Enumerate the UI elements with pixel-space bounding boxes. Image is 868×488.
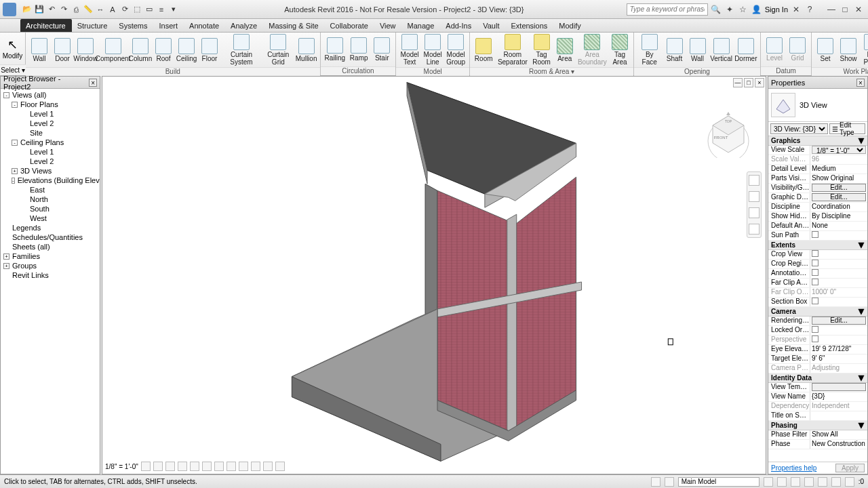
app-menu-icon[interactable] xyxy=(3,3,16,16)
tab-modify[interactable]: Modify xyxy=(553,19,587,32)
tree-item-west[interactable]: West xyxy=(1,214,100,223)
shadows-icon[interactable] xyxy=(190,462,199,471)
exchange-icon[interactable]: ✕ xyxy=(791,4,802,15)
reveal-icon[interactable] xyxy=(275,462,285,471)
tab-add-ins[interactable]: Add-Ins xyxy=(440,19,477,32)
close-views-icon[interactable]: ▾ xyxy=(168,4,179,15)
edit-type-button[interactable]: ☰ Edit Type xyxy=(829,123,865,134)
unhide-icon[interactable] xyxy=(239,462,248,471)
project-browser-close-icon[interactable]: × xyxy=(89,79,97,87)
tree-item-families[interactable]: +Families xyxy=(1,251,100,261)
tab-massing-site[interactable]: Massing & Site xyxy=(263,19,324,32)
3d-icon[interactable]: ⬚ xyxy=(132,4,142,15)
tree-item-ceiling-plans[interactable]: -Ceiling Plans xyxy=(1,138,100,147)
tab-extensions[interactable]: Extensions xyxy=(505,19,553,32)
stair-button[interactable]: Stair xyxy=(372,37,391,62)
detail-level-icon[interactable] xyxy=(153,462,163,471)
model-text-button[interactable]: Model Text xyxy=(400,34,419,66)
analytical-icon[interactable] xyxy=(263,462,273,471)
area-button[interactable]: Area xyxy=(555,38,574,62)
tree-toggle-icon[interactable]: - xyxy=(12,140,18,146)
apply-button[interactable]: Apply xyxy=(835,464,865,472)
project-browser-header[interactable]: Project Browser - Project2 × xyxy=(1,77,100,89)
vertical-button[interactable]: Vertical xyxy=(711,38,732,62)
prop-category-extents[interactable]: Extents⯆ xyxy=(768,241,867,250)
wall-button[interactable]: Wall xyxy=(30,38,49,62)
dimension-icon[interactable]: ↔ xyxy=(95,4,106,15)
redo-icon[interactable]: ↷ xyxy=(58,4,69,15)
prop-category-identity-data[interactable]: Identity Data⯆ xyxy=(768,373,867,383)
tree-item-3d-views[interactable]: +3D Views xyxy=(1,166,100,176)
tab-collaborate[interactable]: Collaborate xyxy=(325,19,374,32)
select-links-icon[interactable] xyxy=(777,477,787,487)
save-icon[interactable]: 💾 xyxy=(34,4,45,15)
temp-hide-icon[interactable] xyxy=(251,462,260,471)
select-pinned-icon[interactable] xyxy=(804,477,814,487)
text-icon[interactable]: A xyxy=(107,4,118,15)
tree-item-views-all-[interactable]: -Views (all) xyxy=(1,90,100,100)
tree-toggle-icon[interactable]: + xyxy=(12,168,18,174)
shaft-button[interactable]: Shaft xyxy=(665,38,684,62)
tree-toggle-icon[interactable]: - xyxy=(12,102,18,108)
properties-help-link[interactable]: Properties help xyxy=(771,464,816,472)
editable-only-icon[interactable] xyxy=(665,477,674,487)
properties-grid[interactable]: Graphics⯆View Scale1/8" = 1'-0"Scale Val… xyxy=(768,136,867,462)
close-icon[interactable]: ✕ xyxy=(853,4,864,15)
tree-toggle-icon[interactable]: + xyxy=(3,253,9,260)
tag-area-button[interactable]: Tag Area xyxy=(610,34,629,66)
tab-annotate[interactable]: Annotate xyxy=(184,19,225,32)
open-icon[interactable]: 📂 xyxy=(22,4,33,15)
tab-insert[interactable]: Insert xyxy=(154,19,184,32)
room-button[interactable]: Room xyxy=(474,38,493,62)
info-icon[interactable]: 🔍 xyxy=(711,4,722,15)
floor-button[interactable]: Floor xyxy=(200,38,219,62)
tab-systems[interactable]: Systems xyxy=(113,19,153,32)
tab-analyze[interactable]: Analyze xyxy=(225,19,263,32)
properties-header[interactable]: Properties × xyxy=(768,77,867,89)
curtain-system-button[interactable]: Curtain System xyxy=(223,34,260,66)
select-face-icon[interactable] xyxy=(818,477,827,487)
tree-item-level-2[interactable]: Level 2 xyxy=(1,119,100,128)
tree-item-revit-links[interactable]: Revit Links xyxy=(1,270,100,280)
ceiling-button[interactable]: Ceiling xyxy=(177,38,196,62)
tree-toggle-icon[interactable]: - xyxy=(12,178,15,184)
tab-structure[interactable]: Structure xyxy=(72,19,114,32)
thin-lines-icon[interactable]: ≡ xyxy=(156,4,167,15)
measure-icon[interactable]: 📏 xyxy=(83,4,94,15)
modify-button[interactable]: ↖ Modify xyxy=(0,33,26,64)
tree-item-level-1[interactable]: Level 1 xyxy=(1,109,100,119)
component-button[interactable]: Component xyxy=(99,38,127,62)
help-search-input[interactable] xyxy=(627,3,708,16)
drag-elements-icon[interactable] xyxy=(831,477,841,487)
window-button[interactable]: Window xyxy=(76,38,95,62)
tree-toggle-icon[interactable]: - xyxy=(3,92,9,98)
prop-category-camera[interactable]: Camera⯆ xyxy=(768,307,867,317)
ref-plane-button[interactable]: Ref Plane xyxy=(862,34,868,66)
design-options-icon[interactable] xyxy=(764,477,773,487)
print-icon[interactable]: ⎙ xyxy=(71,4,81,15)
crop-region-icon[interactable] xyxy=(226,462,236,471)
wall-button[interactable]: Wall xyxy=(688,38,707,62)
tree-item-floor-plans[interactable]: -Floor Plans xyxy=(1,100,100,109)
crop-icon[interactable] xyxy=(214,462,224,471)
model-line-button[interactable]: Model Line xyxy=(423,34,442,66)
dormer-button[interactable]: Dormer xyxy=(736,38,757,62)
minimize-icon[interactable]: — xyxy=(826,4,837,15)
undo-icon[interactable]: ↶ xyxy=(46,4,57,15)
select-underlay-icon[interactable] xyxy=(791,477,800,487)
workset-selector[interactable] xyxy=(678,477,760,487)
roof-button[interactable]: Roof xyxy=(154,38,173,62)
tree-item-south[interactable]: South xyxy=(1,204,100,214)
tree-item-east[interactable]: East xyxy=(1,185,100,195)
scale-icon[interactable] xyxy=(141,462,151,471)
tree-item-schedules-quantities[interactable]: Schedules/Quantities xyxy=(1,232,100,242)
ramp-button[interactable]: Ramp xyxy=(349,37,368,62)
subscription-icon[interactable]: ✦ xyxy=(724,4,735,15)
help-icon[interactable]: ? xyxy=(804,4,815,15)
viewport-3d[interactable]: — □ × TOP FRONT xyxy=(102,76,766,474)
properties-close-icon[interactable]: × xyxy=(856,79,865,87)
door-button[interactable]: Door xyxy=(53,38,72,62)
view-scale-label[interactable]: 1/8" = 1'-0" xyxy=(105,463,138,470)
sun-path-icon[interactable] xyxy=(178,462,187,471)
railing-button[interactable]: Railing xyxy=(325,37,346,62)
